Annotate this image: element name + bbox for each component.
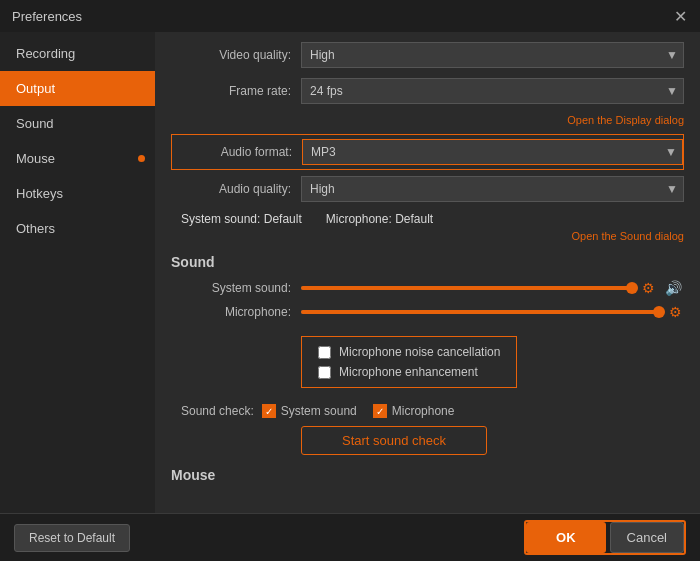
- titlebar: Preferences ✕: [0, 0, 700, 32]
- video-quality-label: Video quality:: [171, 48, 291, 62]
- system-sound-slider-label: System sound:: [171, 281, 291, 295]
- sidebar-item-recording[interactable]: Recording: [0, 36, 155, 71]
- enhancement-checkbox[interactable]: [318, 366, 331, 379]
- system-sound-settings-icon[interactable]: ⚙: [640, 280, 657, 296]
- bottom-bar: Reset to Default OK Cancel: [0, 513, 700, 561]
- microphone-slider-row: Microphone: ⚙: [171, 304, 684, 320]
- audio-format-select[interactable]: MP3: [302, 139, 683, 165]
- sidebar-item-label: Sound: [16, 116, 54, 131]
- sidebar-item-label: Recording: [16, 46, 75, 61]
- microphone-status: Microphone: Default: [326, 212, 433, 226]
- close-button[interactable]: ✕: [672, 8, 688, 24]
- sidebar-item-label: Others: [16, 221, 55, 236]
- sidebar-item-hotkeys[interactable]: Hotkeys: [0, 176, 155, 211]
- sidebar-item-output[interactable]: Output: [0, 71, 155, 106]
- microphone-slider-fill: [301, 310, 659, 314]
- enhancement-checkbox-item: Microphone enhancement: [318, 365, 500, 379]
- open-sound-dialog-link[interactable]: Open the Sound dialog: [171, 230, 684, 242]
- microphone-slider-track[interactable]: [301, 310, 659, 314]
- sound-section-title: Sound: [171, 254, 684, 270]
- audio-quality-select[interactable]: High: [301, 176, 684, 202]
- video-quality-select-wrapper: High ▼: [301, 42, 684, 68]
- mouse-dot-indicator: [138, 155, 145, 162]
- system-sound-check-label: System sound: [281, 404, 357, 418]
- microphone-icons: ⚙: [667, 304, 684, 320]
- audio-format-label: Audio format:: [172, 145, 292, 159]
- audio-format-row: Audio format: MP3 ▼: [171, 134, 684, 170]
- noise-cancellation-label: Microphone noise cancellation: [339, 345, 500, 359]
- microphone-check-checkbox[interactable]: ✓: [373, 404, 387, 418]
- noise-cancellation-checkbox[interactable]: [318, 346, 331, 359]
- frame-rate-row: Frame rate: 24 fps ▼: [171, 78, 684, 104]
- system-sound-icons: ⚙ 🔊: [640, 280, 684, 296]
- microphone-slider-label: Microphone:: [171, 305, 291, 319]
- system-sound-slider-thumb[interactable]: [626, 282, 638, 294]
- sidebar-item-mouse[interactable]: Mouse: [0, 141, 155, 176]
- preferences-window: Preferences ✕ Recording Output Sound Mou…: [0, 0, 700, 561]
- system-sound-slider-container: [301, 286, 632, 290]
- system-sound-slider-fill: [301, 286, 632, 290]
- microphone-check-label: Microphone: [392, 404, 455, 418]
- content-panel: Video quality: High ▼ Frame rate: 24 fps…: [155, 32, 700, 513]
- main-content: Recording Output Sound Mouse Hotkeys Oth…: [0, 32, 700, 513]
- frame-rate-select[interactable]: 24 fps: [301, 78, 684, 104]
- system-sound-check-option: ✓ System sound: [262, 404, 357, 418]
- ok-button[interactable]: OK: [526, 522, 606, 553]
- sidebar-item-sound[interactable]: Sound: [0, 106, 155, 141]
- enhancement-label: Microphone enhancement: [339, 365, 478, 379]
- microphone-settings-icon[interactable]: ⚙: [667, 304, 684, 320]
- window-title: Preferences: [12, 9, 82, 24]
- audio-format-select-wrapper: MP3 ▼: [302, 139, 683, 165]
- system-sound-status: System sound: Default: [181, 212, 302, 226]
- mouse-section-title: Mouse: [171, 467, 684, 483]
- sidebar-item-label: Hotkeys: [16, 186, 63, 201]
- sidebar-item-label: Mouse: [16, 151, 55, 166]
- reset-to-default-button[interactable]: Reset to Default: [14, 524, 130, 552]
- sidebar: Recording Output Sound Mouse Hotkeys Oth…: [0, 32, 155, 513]
- cancel-button[interactable]: Cancel: [610, 522, 684, 553]
- frame-rate-label: Frame rate:: [171, 84, 291, 98]
- microphone-slider-container: [301, 310, 659, 314]
- noise-cancellation-checkbox-item: Microphone noise cancellation: [318, 345, 500, 359]
- start-sound-check-button[interactable]: Start sound check: [301, 426, 487, 455]
- sound-check-label: Sound check:: [181, 404, 254, 418]
- frame-rate-select-wrapper: 24 fps ▼: [301, 78, 684, 104]
- sound-check-row: Sound check: ✓ System sound ✓ Microphone: [171, 404, 684, 418]
- sidebar-item-label: Output: [16, 81, 55, 96]
- video-quality-select[interactable]: High: [301, 42, 684, 68]
- microphone-checkbox-group: Microphone noise cancellation Microphone…: [301, 336, 517, 388]
- audio-quality-label: Audio quality:: [171, 182, 291, 196]
- sidebar-item-others[interactable]: Others: [0, 211, 155, 246]
- audio-quality-row: Audio quality: High ▼: [171, 176, 684, 202]
- audio-quality-select-wrapper: High ▼: [301, 176, 684, 202]
- microphone-check-option: ✓ Microphone: [373, 404, 455, 418]
- microphone-slider-thumb[interactable]: [653, 306, 665, 318]
- ok-cancel-wrapper: OK Cancel: [524, 520, 686, 555]
- system-sound-volume-icon[interactable]: 🔊: [663, 280, 684, 296]
- system-sound-slider-row: System sound: ⚙ 🔊: [171, 280, 684, 296]
- system-sound-slider-track[interactable]: [301, 286, 632, 290]
- video-quality-row: Video quality: High ▼: [171, 42, 684, 68]
- status-row: System sound: Default Microphone: Defaul…: [171, 212, 684, 226]
- open-display-dialog-link[interactable]: Open the Display dialog: [171, 114, 684, 126]
- system-sound-check-checkbox[interactable]: ✓: [262, 404, 276, 418]
